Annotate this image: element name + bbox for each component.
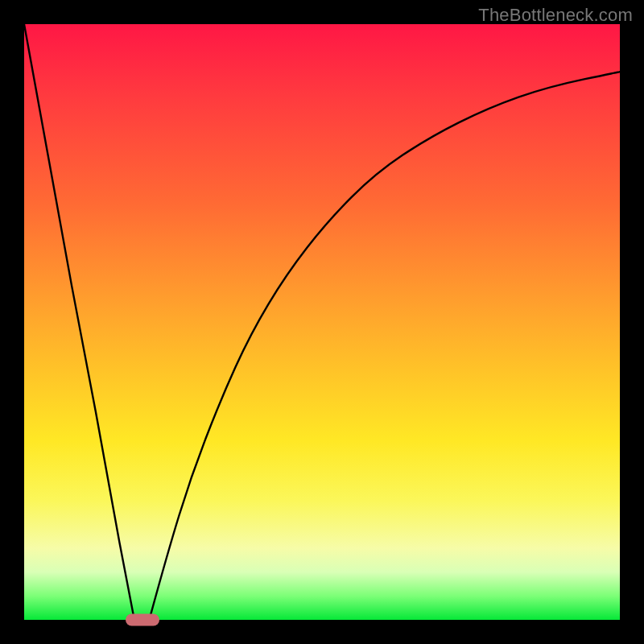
curve-left-branch: [24, 24, 134, 620]
watermark-text: TheBottleneck.com: [478, 5, 633, 26]
optimum-marker: [126, 614, 159, 626]
curve-right-branch: [149, 72, 620, 620]
chart-frame: TheBottleneck.com: [0, 0, 644, 644]
bottleneck-curve: [24, 24, 620, 620]
plot-area: [24, 24, 620, 620]
